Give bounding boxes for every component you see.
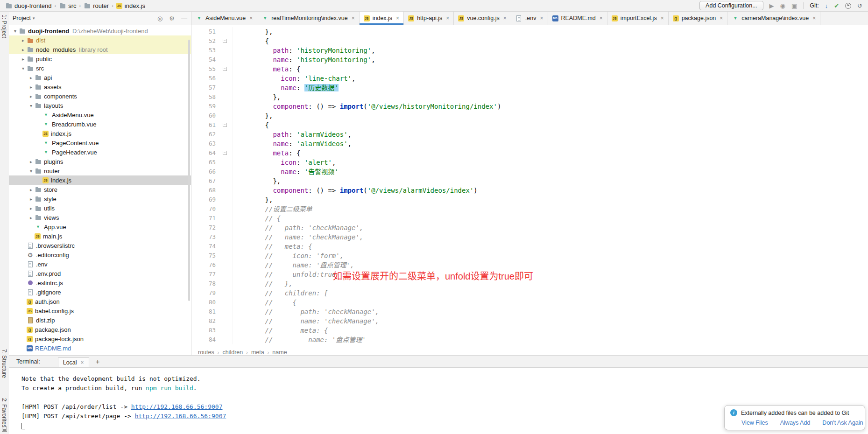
project-tree-item[interactable]: main.js (9, 231, 191, 241)
tool-stripe-favorites[interactable]: 2: Favorites (1, 398, 7, 427)
new-terminal-button[interactable]: + (96, 357, 100, 365)
project-tree-item[interactable]: ▸components (9, 91, 191, 101)
chevron-collapsed-icon[interactable]: ▸ (28, 84, 35, 90)
project-tree-item[interactable]: package-lock.json (9, 334, 191, 343)
notification-action[interactable]: View Files (741, 420, 768, 426)
close-icon[interactable]: × (396, 15, 399, 21)
close-icon[interactable]: × (503, 15, 507, 21)
project-tree-item[interactable]: ▸assets (9, 82, 191, 91)
project-tree-item[interactable]: .browserslistrc (9, 241, 191, 250)
chevron-collapsed-icon[interactable]: ▸ (28, 94, 35, 99)
run-icon[interactable]: ▶ (769, 3, 774, 9)
editor-tab[interactable]: package.json× (669, 12, 728, 25)
add-configuration-button[interactable]: Add Configuration... (699, 1, 763, 10)
project-tree-item[interactable]: AsideMenu.vue (9, 110, 191, 119)
project-tree-item[interactable]: ▸dist (9, 35, 191, 45)
project-tree-item[interactable]: .gitignore (9, 287, 191, 297)
project-tree-item[interactable]: ▸node_moduleslibrary root (9, 45, 191, 54)
chevron-collapsed-icon[interactable]: ▸ (28, 196, 35, 202)
project-view-selector[interactable]: Project (13, 15, 31, 21)
project-tree-item[interactable]: index.js (9, 129, 191, 138)
close-icon[interactable]: × (446, 15, 449, 21)
project-tree-item[interactable]: README.md (9, 343, 191, 353)
editor-breadcrumb-item[interactable]: name (272, 349, 287, 356)
hide-panel-icon[interactable]: — (181, 15, 187, 22)
breadcrumb-item[interactable]: src (57, 2, 78, 10)
editor-tab[interactable]: http-api.js× (404, 12, 454, 25)
project-tree-item[interactable]: package.json (9, 325, 191, 334)
fold-marker-icon[interactable] (219, 148, 233, 158)
chevron-expanded-icon[interactable]: ▾ (20, 66, 27, 71)
chevron-collapsed-icon[interactable]: ▸ (28, 75, 35, 80)
editor-breadcrumb-item[interactable]: meta (251, 349, 264, 356)
project-tree-item[interactable]: PageContent.vue (9, 138, 191, 147)
editor-breadcrumb-item[interactable]: routes (198, 349, 214, 356)
tool-stripe-project[interactable]: 1: Project (1, 14, 7, 38)
vcs-history-icon[interactable] (845, 3, 851, 9)
chevron-collapsed-icon[interactable]: ▸ (20, 47, 27, 52)
close-icon[interactable]: × (720, 15, 723, 21)
fold-marker-icon[interactable] (219, 36, 233, 46)
editor-tab[interactable]: AsideMenu.vue× (191, 12, 257, 25)
project-tree-item[interactable]: ▸public (9, 54, 191, 63)
fold-marker-icon[interactable] (219, 120, 233, 130)
chevron-collapsed-icon[interactable]: ▸ (28, 159, 35, 164)
terminal-link[interactable]: http://192.168.66.56:9007 (135, 413, 226, 420)
project-tree-item[interactable]: babel.config.js (9, 306, 191, 315)
project-tree-item[interactable]: .eslintrc.js (9, 278, 191, 287)
chevron-expanded-icon[interactable]: ▾ (28, 103, 35, 108)
project-tree-item[interactable]: Breadcrumb.vue (9, 119, 191, 129)
project-tree-item[interactable]: ▸plugins (9, 157, 191, 166)
editor-tab[interactable]: importExcel.js× (607, 12, 669, 25)
editor-tab[interactable]: .env× (511, 12, 548, 25)
close-icon[interactable]: × (600, 15, 603, 21)
project-tree-item[interactable]: .editorconfig (9, 250, 191, 259)
editor-breadcrumb-item[interactable]: children (222, 349, 243, 356)
project-tree-item[interactable]: .env.prod (9, 269, 191, 278)
project-tree-item[interactable]: index.js (9, 175, 191, 185)
project-tree-item[interactable]: App.vue (9, 222, 191, 231)
chevron-collapsed-icon[interactable]: ▸ (28, 215, 35, 220)
project-tree-item[interactable]: PageHeader.vue (9, 147, 191, 157)
close-icon[interactable]: × (812, 15, 816, 21)
project-tree-item[interactable]: auth.json (9, 297, 191, 306)
project-tree-item[interactable]: ▾src (9, 63, 191, 73)
chevron-collapsed-icon[interactable]: ▸ (28, 206, 35, 211)
project-tree-item[interactable]: ▾layouts (9, 101, 191, 110)
breadcrumb-item[interactable]: duoji-frontend (4, 2, 53, 10)
terminal-link[interactable]: http://192.168.66.56:9007 (131, 403, 223, 410)
project-tree-item[interactable]: .env (9, 259, 191, 269)
notification-action[interactable]: Always Add (780, 420, 811, 426)
project-tree-item[interactable]: ▾router (9, 166, 191, 175)
close-icon[interactable]: × (249, 15, 253, 21)
project-tree-item[interactable]: ▸utils (9, 203, 191, 213)
coverage-icon[interactable]: ▣ (791, 3, 797, 9)
fold-marker-icon[interactable] (219, 64, 233, 74)
chevron-collapsed-icon[interactable]: ▸ (28, 187, 35, 192)
terminal-tab-local[interactable]: Local × (58, 357, 89, 367)
chevron-collapsed-icon[interactable]: ▸ (20, 56, 27, 62)
chevron-expanded-icon[interactable]: ▾ (28, 168, 35, 174)
close-icon[interactable]: × (540, 15, 543, 21)
editor-tab[interactable]: vue.config.js× (454, 12, 511, 25)
close-icon[interactable]: × (81, 359, 84, 366)
vcs-commit-icon[interactable]: ✔ (834, 3, 839, 9)
project-tree-item[interactable]: ▸style (9, 194, 191, 203)
project-tree-item[interactable]: ▸api (9, 73, 191, 82)
editor-tab[interactable]: README.md× (548, 12, 607, 25)
project-tree-item[interactable]: ▾duoji-frontendD:\zheheWeb\duoji-fronten… (9, 26, 191, 35)
vcs-revert-icon[interactable]: ↺ (857, 3, 862, 9)
notification-action[interactable]: Don't Ask Again (822, 420, 863, 426)
breadcrumb-item[interactable]: router (82, 2, 110, 10)
chevron-expanded-icon[interactable]: ▾ (12, 28, 19, 34)
debug-icon[interactable]: ◉ (780, 3, 785, 9)
locate-file-icon[interactable]: ◎ (157, 15, 162, 22)
project-tree-item[interactable]: dist.zip (9, 315, 191, 325)
editor-tab[interactable]: realTimeMonitoring\index.vue× (257, 12, 360, 25)
editor-tab[interactable]: cameraManage\index.vue× (727, 12, 820, 25)
vcs-update-icon[interactable]: ↓ (825, 3, 828, 9)
tool-windows-toggle-icon[interactable] (2, 427, 7, 432)
close-icon[interactable]: × (352, 15, 355, 21)
breadcrumb-item[interactable]: index.js (115, 2, 147, 10)
project-scrollbar[interactable] (188, 40, 190, 301)
